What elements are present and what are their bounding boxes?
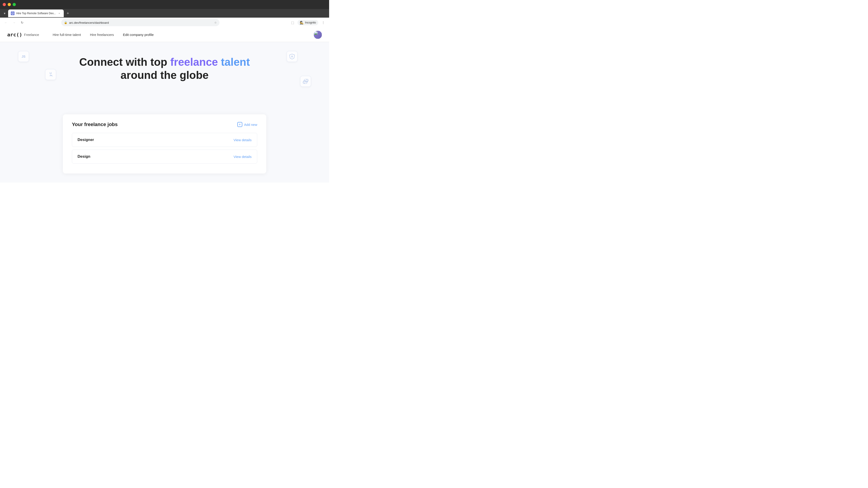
back-icon: ← [4,21,7,24]
jobs-header: Your freelance jobs + Add new [72,122,257,127]
nav-edit-company[interactable]: Edit company profile [123,33,154,37]
url-text: arc.dev/freelancers/dashboard [69,21,213,24]
site-wrapper: arc() Freelance Hire full-time talent Hi… [0,28,329,183]
hero-highlight-talent: talent [221,56,250,68]
menu-icon: ⋮ [322,21,325,24]
job-row: Design View details [72,150,257,164]
tab-favicon: A [11,11,14,15]
incognito-badge: 🕵 Incognito [298,20,318,25]
job-name-design: Design [78,154,90,159]
tab-title: Hire Top Remote Software Dev... [16,12,56,15]
tab-close-button[interactable]: × [57,11,61,15]
new-tab-button[interactable]: + [65,10,71,17]
add-new-label: Add new [244,123,257,127]
hero-title: Connect with top freelance talent around… [0,56,329,82]
reload-button[interactable]: ↻ [19,20,25,26]
menu-button[interactable]: ⋮ [320,20,327,26]
logo-subtitle: Freelance [24,33,39,37]
svg-text:A: A [12,13,13,14]
back-button[interactable]: ← [3,20,9,26]
hero-title-part1: Connect with top [79,56,170,68]
extensions-icon: ⬚ [291,21,294,24]
forward-button[interactable]: → [11,20,17,26]
bookmark-icon: ☆ [214,21,217,24]
hero-highlight-freelance: freelance [170,56,218,68]
avatar[interactable] [314,31,322,39]
nav-hire-freelancers[interactable]: Hire freelancers [90,33,114,37]
add-icon: + [237,122,242,127]
job-row: Designer View details [72,133,257,147]
extensions-button[interactable]: ⬚ [289,20,296,26]
forward-icon: → [12,21,16,24]
incognito-icon: 🕵 [300,21,304,24]
maximize-window-button[interactable] [13,3,16,6]
view-details-designer[interactable]: View details [234,138,252,142]
hero-title-line2: around the globe [121,69,209,81]
lock-icon: 🔒 [64,21,67,24]
job-name-designer: Designer [78,138,94,142]
nav-hire-fulltime[interactable]: Hire full-time talent [53,33,81,37]
jobs-section-title: Your freelance jobs [72,122,118,127]
jobs-section: Your freelance jobs + Add new Designer V… [0,110,329,183]
reload-icon: ↻ [21,21,24,24]
incognito-label: Incognito [305,21,316,24]
minimize-window-button[interactable] [8,3,11,6]
window-controls [3,3,16,6]
view-details-design[interactable]: View details [234,155,252,159]
hero-section: JS A [0,42,329,110]
tab-bar: ▾ A Hire Top Remote Software Dev... × + [0,9,329,18]
logo-text: arc() [7,32,22,37]
main-nav: Hire full-time talent Hire freelancers E… [53,33,154,37]
close-window-button[interactable] [3,3,6,6]
jobs-container: Your freelance jobs + Add new Designer V… [63,114,266,173]
title-bar [0,0,329,9]
svg-point-5 [306,82,307,83]
logo-link[interactable]: arc() Freelance [7,32,39,37]
tab-list-button[interactable]: ▾ [2,11,7,16]
hero-title-part2 [218,56,221,68]
add-new-button[interactable]: + Add new [237,122,257,127]
toolbar-right: ⬚ 🕵 Incognito ⋮ [289,20,327,26]
active-tab[interactable]: A Hire Top Remote Software Dev... × [8,9,64,17]
url-bar[interactable]: 🔒 arc.dev/freelancers/dashboard ☆ [61,19,219,26]
browser-chrome: ▾ A Hire Top Remote Software Dev... × + … [0,0,329,28]
hero-content: Connect with top freelance talent around… [0,56,329,82]
address-bar: ← → ↻ 🔒 arc.dev/freelancers/dashboard ☆ … [0,18,329,28]
site-header: arc() Freelance Hire full-time talent Hi… [0,28,329,42]
